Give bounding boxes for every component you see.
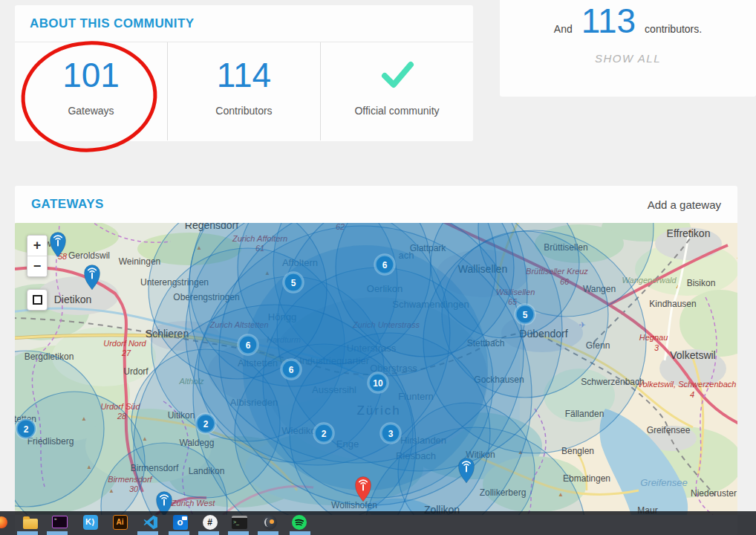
map-label: 4 — [690, 390, 694, 399]
cluster-marker[interactable]: 3 — [381, 424, 400, 443]
map-label: Kindhausen — [649, 299, 696, 309]
show-all-link[interactable]: SHOW ALL — [500, 52, 756, 65]
outlook-icon[interactable]: o — [172, 514, 188, 530]
coverage-boost — [243, 245, 488, 490]
svg-text:10: 10 — [373, 378, 383, 389]
command-prompt-icon[interactable]: >_ — [232, 514, 247, 530]
cluster-marker[interactable]: 6 — [238, 335, 258, 354]
taskbar: » K⟩ Ai o # >_ — [0, 511, 756, 535]
running-indicator — [17, 531, 38, 535]
about-community-card: ABOUT THIS COMMUNITY 101 Gateways 114 Co… — [15, 5, 473, 141]
official-label: Official community — [321, 105, 473, 117]
hash-app-icon[interactable]: # — [202, 514, 218, 530]
map-label: Niederuster — [691, 488, 737, 499]
map-canvas[interactable]: ▲▲ ▲▲ ▲▲ ▲▲ ▲▲ ▲ ✈ — [15, 223, 737, 515]
running-indicator — [47, 531, 68, 535]
about-card-header: ABOUT THIS COMMUNITY — [15, 5, 473, 42]
running-indicator — [258, 531, 278, 535]
contributors-line: And 113 contributors. — [500, 0, 756, 40]
illustrator-icon[interactable]: Ai — [112, 514, 128, 530]
gateways-label: Gateways — [15, 105, 167, 117]
map-label: 27 — [121, 348, 131, 357]
svg-text:3: 3 — [388, 429, 394, 439]
map-label: 3 — [654, 343, 659, 352]
k-app-icon[interactable]: K⟩ — [82, 514, 98, 530]
cluster-marker[interactable]: 2 — [196, 414, 215, 433]
svg-text:5: 5 — [291, 278, 296, 288]
contributors-prefix: And — [554, 23, 573, 35]
zoom-control: + − — [27, 235, 48, 277]
community-stats: 101 Gateways 114 Contributors Official c… — [15, 42, 473, 140]
spotify-icon[interactable] — [291, 514, 307, 530]
contributors-total: 113 — [581, 1, 636, 40]
contributors-suffix: contributors. — [645, 23, 702, 35]
terminal-icon[interactable]: » — [52, 514, 68, 530]
cluster-marker[interactable]: 10 — [368, 373, 388, 392]
map-label: Effretikon — [667, 227, 711, 239]
map-label: Greifensee — [640, 477, 688, 488]
cluster-marker[interactable]: 5 — [284, 273, 303, 292]
vscode-icon[interactable] — [143, 514, 158, 530]
running-indicator — [290, 531, 310, 535]
svg-text:2: 2 — [203, 419, 209, 429]
stat-contributors: 114 Contributors — [167, 42, 320, 140]
map-label: Volketswil — [670, 349, 715, 361]
cluster-marker[interactable]: 6 — [281, 360, 301, 379]
game-app-icon[interactable] — [261, 514, 277, 530]
map-label: Urdorf Nord — [103, 339, 146, 348]
about-card-title: ABOUT THIS COMMUNITY — [30, 16, 194, 31]
contributors-label: Contributors — [168, 105, 320, 117]
zoom-in-button[interactable]: + — [27, 236, 47, 256]
svg-text:5: 5 — [523, 310, 528, 320]
stat-official: Official community — [320, 42, 473, 140]
fullscreen-icon — [33, 295, 42, 305]
cluster-marker[interactable]: 2 — [16, 419, 36, 438]
svg-text:2: 2 — [322, 429, 327, 439]
contributors-card: And 113 contributors. SHOW ALL — [500, 0, 756, 97]
contributors-count: 114 — [168, 54, 320, 96]
gateways-card: GATEWAYS Add a gateway — [15, 186, 737, 535]
browser-partial-icon[interactable] — [0, 514, 9, 530]
running-indicator — [137, 531, 158, 535]
svg-text:6: 6 — [289, 365, 294, 375]
cluster-marker[interactable]: 2 — [314, 424, 333, 443]
add-gateway-link[interactable]: Add a gateway — [648, 198, 721, 211]
svg-text:2: 2 — [24, 424, 29, 435]
running-indicator — [169, 531, 189, 535]
gateways-map[interactable]: ▲▲ ▲▲ ▲▲ ▲▲ ▲▲ ▲ ✈ — [15, 223, 737, 515]
fullscreen-button[interactable] — [27, 289, 48, 311]
running-indicator — [198, 531, 219, 535]
file-explorer-icon[interactable] — [22, 514, 38, 530]
svg-text:6: 6 — [246, 340, 251, 351]
map-label: Greifensee — [647, 425, 691, 435]
map-label: Urdorf — [123, 366, 149, 377]
svg-text:6: 6 — [382, 260, 388, 270]
map-label: Volketswil, Schwerzenbach — [638, 380, 737, 389]
gateways-header: GATEWAYS Add a gateway — [15, 186, 737, 223]
stat-gateways: 101 Gateways — [15, 42, 167, 140]
gateways-count: 101 — [15, 54, 167, 96]
zoom-out-button[interactable]: − — [27, 256, 47, 276]
running-indicator — [228, 531, 249, 535]
checkmark-icon — [380, 61, 414, 89]
map-label: Geroldswil — [68, 250, 110, 261]
svg-text:▲: ▲ — [736, 253, 737, 260]
cluster-marker[interactable]: 5 — [515, 305, 535, 324]
gateways-title: GATEWAYS — [31, 197, 104, 212]
map-label: Dietikon — [54, 294, 92, 305]
cluster-marker[interactable]: 6 — [375, 255, 394, 274]
map-label: Bisikon — [687, 278, 716, 288]
